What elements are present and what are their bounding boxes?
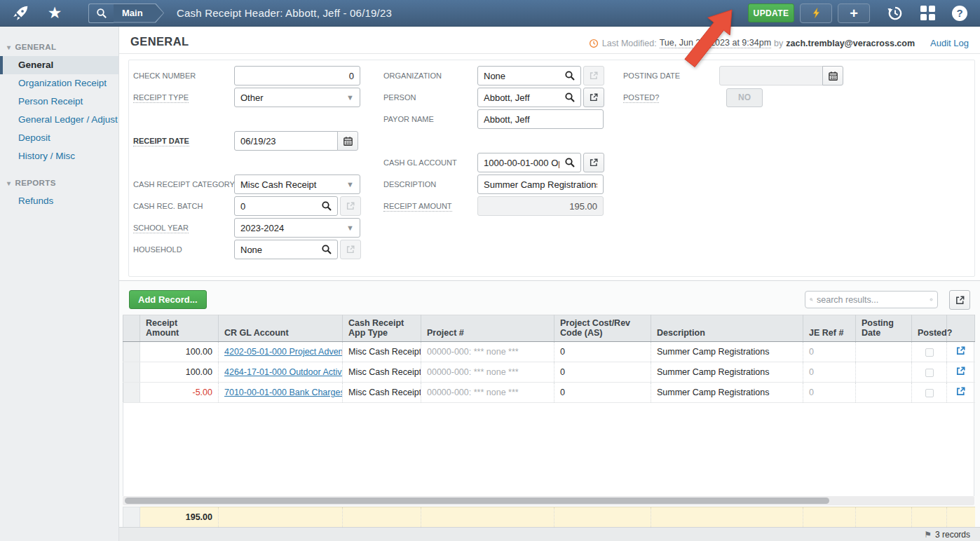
person-label: PERSON <box>383 93 477 102</box>
cell-je-ref: 0 <box>803 383 856 403</box>
chevron-down-icon: ▼ <box>346 180 354 189</box>
col-posted[interactable]: Posted? <box>912 315 947 342</box>
posted-status-badge: NO <box>726 88 763 107</box>
add-button[interactable]: + <box>838 4 870 23</box>
records-panel: Add Record... Receipt Amount CR GL Accou… <box>119 280 980 541</box>
last-modified-date[interactable]: Tue, Jun 27, 2023 at 9:34pm <box>660 38 771 48</box>
totals-row: 195.00 <box>123 507 975 528</box>
household-input[interactable]: None <box>234 240 338 259</box>
search-icon[interactable] <box>321 244 332 257</box>
external-link-icon[interactable] <box>955 345 966 356</box>
add-record-button[interactable]: Add Record... <box>129 290 207 309</box>
school-year-select[interactable]: 2023-2024▼ <box>234 218 360 238</box>
collapse-triangle-icon: ▾ <box>7 179 11 187</box>
scrollbar-thumb[interactable] <box>125 498 829 504</box>
calendar-icon[interactable] <box>822 66 843 85</box>
cell-open <box>947 362 975 383</box>
receipt-type-select[interactable]: Other▼ <box>234 88 360 107</box>
gl-account-link[interactable]: 7010-00-01-000 Bank Charges <box>224 388 343 397</box>
star-icon[interactable]: ★ <box>41 4 69 22</box>
external-link-icon[interactable] <box>583 153 604 172</box>
col-app-type[interactable]: Cash Receipt App Type <box>343 315 421 342</box>
history-icon[interactable] <box>887 5 904 22</box>
person-input[interactable]: Abbott, Jeff <box>477 88 581 107</box>
cell-open <box>947 342 975 362</box>
col-project[interactable]: Project # <box>421 315 554 342</box>
update-button[interactable]: UPDATE <box>748 4 794 22</box>
external-link-icon[interactable] <box>583 88 604 107</box>
sidebar-section-reports[interactable]: ▾REPORTS <box>0 174 118 192</box>
external-link-icon[interactable] <box>955 386 966 397</box>
cell-cost-code: 0 <box>554 383 651 403</box>
quick-actions-button[interactable] <box>800 4 832 23</box>
external-link-icon[interactable] <box>955 366 966 376</box>
col-je-ref[interactable]: JE Ref # <box>803 315 856 342</box>
external-link-icon[interactable] <box>949 290 970 310</box>
flag-icon: ⚑ <box>924 530 932 540</box>
receipt-amount-label: RECEIPT AMOUNT <box>383 202 477 210</box>
total-amount: 195.00 <box>140 507 219 528</box>
col-cost-rev-code[interactable]: Project Cost/Rev Code (AS) <box>554 315 651 342</box>
sidebar-item-organization-receipt[interactable]: Organization Receipt <box>0 74 118 93</box>
search-icon[interactable] <box>88 4 114 23</box>
breadcrumb-main-tab[interactable]: Main <box>114 4 164 23</box>
cell-posted <box>912 383 947 403</box>
cell-description: Summer Camp Registrations <box>651 383 803 403</box>
posting-date-label: POSTING DATE <box>623 71 719 80</box>
apps-grid-icon[interactable] <box>920 6 935 20</box>
receipt-date-input[interactable] <box>234 131 338 151</box>
posted-checkbox[interactable] <box>925 389 934 397</box>
sidebar-item-general[interactable]: General <box>0 56 118 74</box>
gl-account-link[interactable]: 4264-17-01-000 Outdoor Activity... <box>224 367 343 377</box>
sidebar-item-general-ledger-adjust[interactable]: General Ledger / Adjust <box>0 111 118 129</box>
horizontal-scrollbar[interactable] <box>123 496 974 505</box>
table-header-row: Receipt Amount CR GL Account Cash Receip… <box>123 315 975 342</box>
sidebar-item-refunds[interactable]: Refunds <box>0 192 118 210</box>
col-description[interactable]: Description <box>651 315 803 342</box>
col-cr-gl-account[interactable]: CR GL Account <box>219 315 343 342</box>
general-form-panel: CHECK NUMBER RECEIPT TYPE Other▼ RECEIPT… <box>128 60 975 277</box>
search-icon[interactable] <box>564 70 576 83</box>
organization-input[interactable]: None <box>477 66 581 85</box>
cell-description: Summer Camp Registrations <box>651 342 803 362</box>
sidebar-item-history-misc[interactable]: History / Misc <box>0 147 118 165</box>
search-icon[interactable] <box>564 92 576 105</box>
audit-log-link[interactable]: Audit Log <box>930 38 969 48</box>
cell-cost-code: 0 <box>554 362 651 383</box>
check-number-input[interactable] <box>234 66 360 85</box>
rocket-icon[interactable] <box>8 4 32 23</box>
help-icon[interactable]: ? <box>952 6 967 21</box>
chevron-down-icon: ▼ <box>346 93 354 102</box>
payor-name-input[interactable] <box>477 109 604 129</box>
search-icon[interactable] <box>321 200 332 214</box>
posted-checkbox[interactable] <box>925 348 934 357</box>
cash-gl-account-input[interactable]: 1000-00-01-000 Opera <box>477 153 581 172</box>
description-input[interactable] <box>477 174 604 194</box>
calendar-icon[interactable] <box>337 131 358 151</box>
search-results-input[interactable] <box>817 295 930 305</box>
clear-icon[interactable] <box>930 295 933 304</box>
sidebar-item-person-receipt[interactable]: Person Receipt <box>0 93 118 111</box>
posted-checkbox[interactable] <box>925 369 934 377</box>
sidebar-item-deposit[interactable]: Deposit <box>0 129 118 147</box>
col-receipt-amount[interactable]: Receipt Amount <box>140 315 219 342</box>
sidebar-section-general[interactable]: ▾GENERAL <box>0 38 118 56</box>
lightning-icon <box>811 7 822 19</box>
cash-receipt-category-select[interactable]: Misc Cash Receipt▼ <box>234 174 360 194</box>
col-posting-date[interactable]: Posting Date <box>856 315 912 342</box>
cell-je-ref: 0 <box>803 362 856 383</box>
cell-je-ref: 0 <box>803 342 856 362</box>
window-title: Cash Receipt Header: Abbott, Jeff - 06/1… <box>177 7 392 19</box>
gl-account-link[interactable]: 4202-05-01-000 Project Adventu... <box>224 347 343 357</box>
cell-project: 00000-000: *** none *** <box>421 342 554 362</box>
breadcrumb-main-label: Main <box>114 4 163 22</box>
cell-app-type: Misc Cash Receipt <box>343 362 421 383</box>
search-icon[interactable] <box>564 157 576 170</box>
cell-posted <box>912 342 947 362</box>
header-divider <box>119 53 980 54</box>
cell-open <box>947 383 975 403</box>
organization-label: ORGANIZATION <box>383 71 477 80</box>
last-modified: Last Modified: Tue, Jun 27, 2023 at 9:34… <box>589 38 969 48</box>
cash-rec-batch-input[interactable]: 0 <box>234 196 338 216</box>
posting-date-input <box>719 66 823 85</box>
